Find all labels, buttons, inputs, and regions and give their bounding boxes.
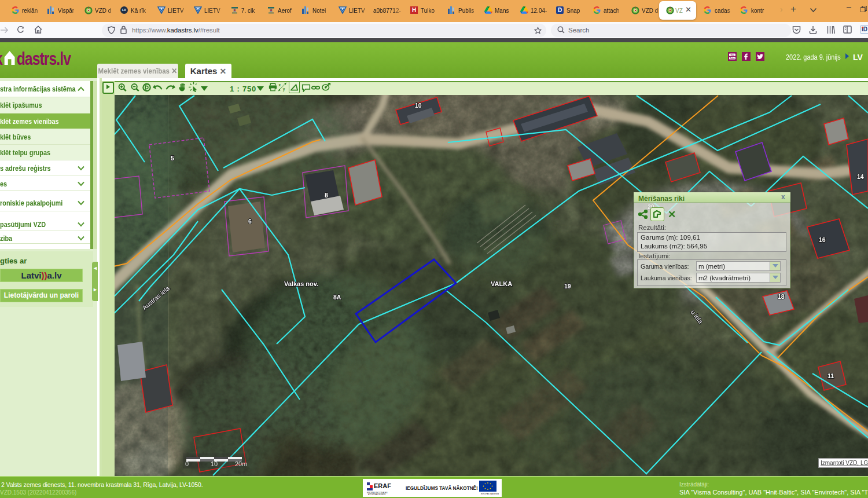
svg-text:19: 19 xyxy=(564,283,571,290)
svg-text:8A: 8A xyxy=(333,294,341,301)
svg-text:20m: 20m xyxy=(235,460,247,467)
svg-text:18: 18 xyxy=(778,293,785,300)
svg-text:EIROPAS SAVIENĪBA: EIROPAS SAVIENĪBA xyxy=(481,493,499,495)
svg-text:14: 14 xyxy=(857,173,864,180)
svg-text:10: 10 xyxy=(211,460,218,467)
svg-text:y: y xyxy=(283,87,285,91)
svg-text:5: 5 xyxy=(171,155,174,162)
svg-text:VALKA: VALKA xyxy=(491,280,512,287)
svg-text:10: 10 xyxy=(415,102,422,109)
svg-text:x: x xyxy=(279,83,281,87)
svg-text:Tube: Tube xyxy=(730,57,734,60)
svg-text:8: 8 xyxy=(325,192,328,199)
svg-text:6: 6 xyxy=(248,218,252,225)
svg-text:ATTĪSTĪBAS FONDS: ATTĪSTĪBAS FONDS xyxy=(368,493,385,496)
svg-text:0: 0 xyxy=(185,460,189,467)
svg-text:ERAF: ERAF xyxy=(374,482,391,489)
svg-text:You: You xyxy=(730,54,734,56)
svg-text:11: 11 xyxy=(827,372,834,379)
svg-text:16: 16 xyxy=(819,236,826,243)
svg-text:Valkas nov.: Valkas nov. xyxy=(284,280,318,287)
